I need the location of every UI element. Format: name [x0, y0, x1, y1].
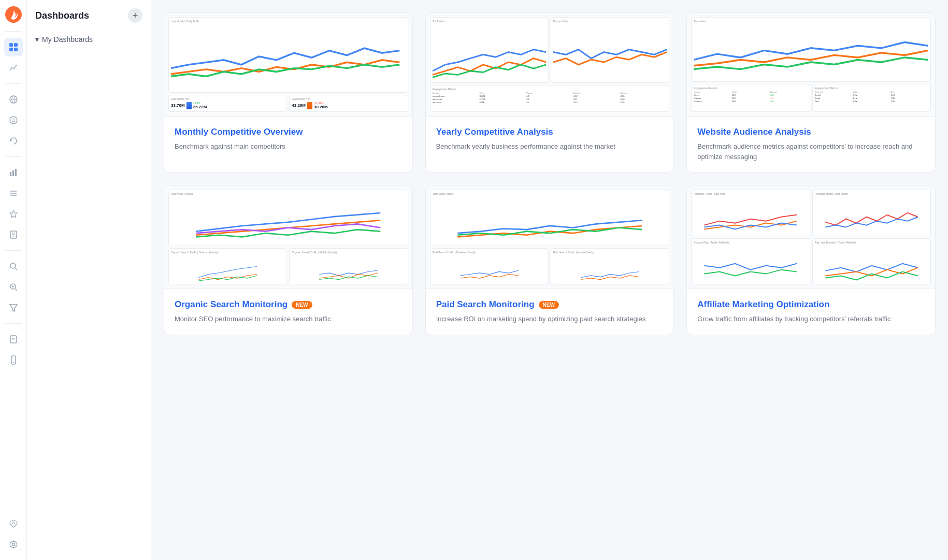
- badge-new-organic: NEW: [292, 301, 312, 309]
- card-affiliate[interactable]: Referrals Traffic | Last Year Referrals …: [686, 185, 936, 335]
- globe2-icon[interactable]: [4, 111, 23, 130]
- mini-chart-paid-visits: Total Visits (Yearly): [430, 190, 670, 246]
- svg-point-32: [12, 522, 15, 524]
- svg-rect-2: [14, 43, 18, 47]
- card-desc-organic: Monitor SEO performance to maximize sear…: [175, 314, 402, 324]
- card-title-organic: Organic Search Monitoring NEW: [175, 299, 402, 310]
- card-desc-affiliate: Grow traffic from affiliates by tracking…: [697, 314, 925, 324]
- mini-table-eng2: Engagement Metrics Channel Visits Avg So…: [812, 84, 931, 112]
- svg-point-9: [12, 119, 15, 122]
- note-icon[interactable]: [4, 225, 23, 244]
- svg-point-33: [12, 543, 15, 546]
- rail-divider-5: [5, 323, 22, 324]
- card-desc-paid: Increase ROI on marketing spend by optim…: [436, 314, 664, 324]
- search-globe-icon[interactable]: [4, 257, 23, 276]
- card-preview-affiliate: Referrals Traffic | Last Year Referrals …: [687, 185, 935, 289]
- my-dashboards-section: ▾ My Dashboards: [27, 31, 151, 48]
- dashboard-grid: Last Month's Daily Traffic Last Month: Y…: [164, 12, 936, 335]
- analytics-icon[interactable]: [4, 59, 23, 77]
- card-body-organic: Organic Search Monitoring NEW Monitor SE…: [164, 289, 412, 335]
- card-yearly-competitive[interactable]: Total Visits Bounce Rate: [425, 12, 674, 173]
- rail-divider-1: [5, 31, 22, 32]
- app-logo: [5, 6, 22, 25]
- svg-rect-3: [9, 48, 13, 51]
- refresh-icon[interactable]: [4, 132, 23, 150]
- card-preview-audience: Total Visits Engagement Metrics Source: [687, 13, 935, 117]
- mini-stat-2: Last Month: YoY 43.29M -11.99% 38.28M: [289, 95, 408, 112]
- rail-divider-3: [5, 156, 22, 157]
- svg-rect-11: [12, 170, 14, 176]
- mini-chart-ref-lastyear: Referrals Traffic | Last Year: [691, 190, 810, 236]
- mini-chart-org-desktop: Organic Search Traffic | Desktop (Yearly…: [168, 248, 287, 284]
- icon-rail: [0, 0, 27, 560]
- sidebar-header: Dashboards +: [27, 8, 151, 31]
- report-icon[interactable]: [4, 330, 23, 349]
- pin-icon[interactable]: [4, 205, 23, 223]
- rail-divider-4: [5, 250, 22, 251]
- svg-point-31: [13, 362, 14, 363]
- mini-chart-bounce: Bounce Rate: [551, 17, 669, 83]
- card-desc-monthly: Benchmark against main competitors: [175, 141, 402, 152]
- globe-icon[interactable]: [4, 90, 23, 109]
- mini-chart-org-visits: Total Visits (Yearly): [168, 190, 408, 246]
- card-preview-yearly: Total Visits Bounce Rate: [426, 13, 674, 117]
- add-dashboard-button[interactable]: +: [128, 8, 142, 23]
- svg-rect-12: [15, 169, 17, 176]
- card-title-monthly: Monthly Competitive Overview: [175, 127, 402, 137]
- mini-chart-traffic: Last Month's Daily Traffic: [168, 17, 408, 93]
- list-icon[interactable]: [4, 184, 23, 203]
- svg-point-8: [10, 117, 17, 124]
- settings-icon[interactable]: [4, 535, 23, 554]
- card-preview-organic: Total Visits (Yearly) Organic Search Tra…: [164, 185, 412, 289]
- card-title-audience: Website Audience Analysis: [697, 127, 925, 137]
- mini-chart-paid-desktop: Paid Search Traffic | Desktop (Yearly): [430, 248, 549, 284]
- card-title-paid: Paid Search Monitoring NEW: [436, 299, 664, 310]
- card-body-monthly: Monthly Competitive Overview Benchmark a…: [164, 117, 412, 162]
- card-body-affiliate: Affiliate Marketing Optimization Grow tr…: [687, 289, 935, 335]
- rail-divider-2: [5, 83, 22, 84]
- mini-chart-visits: Total Visits: [430, 17, 549, 83]
- mini-chart-ref-lastmonth: Referrals Traffic | Last Month: [812, 190, 931, 236]
- mini-chart-bounce-referrals: Bounce Rate | Traffic Referrals: [691, 238, 810, 285]
- mobile-icon[interactable]: [4, 351, 23, 369]
- card-desc-yearly: Benchmark yearly business performance ag…: [436, 141, 664, 152]
- svg-point-20: [10, 263, 16, 268]
- svg-rect-1: [9, 43, 13, 47]
- svg-rect-10: [10, 172, 11, 176]
- sidebar: Dashboards + ▾ My Dashboards: [27, 0, 151, 560]
- zoom-icon[interactable]: [4, 278, 23, 296]
- mini-table-eng1: Engagement Metrics Source Share Change D…: [691, 84, 810, 112]
- mini-chart-org-mobile: Organic Search Traffic | Mobile (Yearly): [289, 248, 408, 284]
- svg-line-21: [15, 268, 17, 270]
- chevron-down-icon: ▾: [35, 35, 39, 44]
- card-desc-audience: Benchmark audience metrics against compe…: [697, 141, 925, 162]
- card-title-affiliate: Affiliate Marketing Optimization: [697, 299, 925, 310]
- mini-chart-total-visits: Total Visits: [691, 17, 931, 82]
- svg-rect-4: [14, 48, 18, 51]
- card-organic-search[interactable]: Total Visits (Yearly) Organic Search Tra…: [164, 185, 413, 335]
- card-preview-monthly: Last Month's Daily Traffic Last Month: Y…: [164, 13, 412, 117]
- card-title-yearly: Yearly Competitive Analysis: [436, 127, 664, 137]
- card-paid-search[interactable]: Total Visits (Yearly) Paid Search Traffi…: [425, 185, 674, 335]
- card-body-audience: Website Audience Analysis Benchmark audi…: [687, 117, 935, 172]
- sidebar-title: Dashboards: [35, 10, 89, 21]
- svg-marker-26: [10, 305, 17, 311]
- svg-rect-27: [10, 336, 17, 343]
- bar-chart-icon[interactable]: [4, 163, 23, 182]
- mini-table-engagement: Engagement Metrics Domain Visits Pages D…: [430, 85, 670, 112]
- dashboards-icon[interactable]: [4, 38, 23, 56]
- badge-new-paid: NEW: [539, 301, 559, 309]
- filter-icon[interactable]: [4, 298, 23, 317]
- card-monthly-competitive[interactable]: Last Month's Daily Traffic Last Month: Y…: [164, 12, 413, 173]
- my-dashboards-toggle[interactable]: ▾ My Dashboards: [35, 35, 142, 44]
- main-content: Last Month's Daily Traffic Last Month: Y…: [151, 0, 948, 560]
- rocket-icon[interactable]: [4, 514, 23, 533]
- card-body-yearly: Yearly Competitive Analysis Benchmark ye…: [426, 117, 674, 162]
- mini-chart-paid-mobile: Paid Search Traffic | Mobile (Yearly): [551, 248, 669, 284]
- mini-stat-1: Last Month: YoY 33.70M 4.82% 35.22M: [168, 95, 287, 112]
- card-website-audience[interactable]: Total Visits Engagement Metrics Source: [686, 12, 936, 173]
- my-dashboards-label: My Dashboards: [42, 35, 93, 44]
- card-preview-paid: Total Visits (Yearly) Paid Search Traffi…: [426, 185, 674, 289]
- mini-chart-avgvisit-referrals: Avg. Visit Duration | Traffic Referrals: [812, 238, 931, 285]
- card-body-paid: Paid Search Monitoring NEW Increase ROI …: [426, 289, 674, 335]
